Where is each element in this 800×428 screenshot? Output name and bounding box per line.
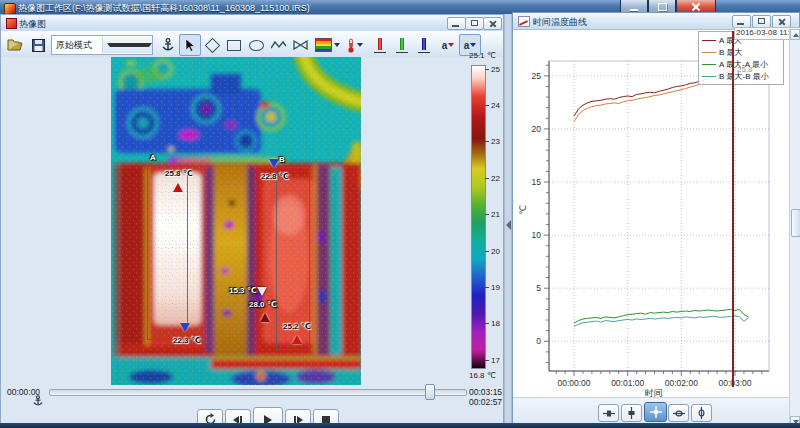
minimize-icon xyxy=(630,9,638,11)
folder-open-icon xyxy=(7,39,23,51)
restore-icon xyxy=(658,3,667,11)
mode-dropdown-value: 原始模式 xyxy=(52,39,102,52)
timeline-total-time: 00:03:15 xyxy=(469,387,502,397)
scrollbar-thumb[interactable] xyxy=(791,209,800,237)
anchor-tool-button[interactable] xyxy=(157,34,179,56)
b-max-temp-label: 25.2 ℃ xyxy=(283,322,310,331)
save-button[interactable] xyxy=(27,34,49,56)
timeline-handle[interactable] xyxy=(425,384,435,400)
v-cursor-icon xyxy=(697,407,706,419)
ellipse-roi-button[interactable] xyxy=(245,34,267,56)
green-histogram-icon xyxy=(396,38,408,53)
histogram-red-button[interactable] xyxy=(369,34,391,56)
thermal-close-button[interactable] xyxy=(483,17,502,30)
zoom-horizontal-button[interactable] xyxy=(598,404,619,422)
curve-window-icon xyxy=(518,16,530,27)
svg-text:10: 10 xyxy=(532,230,542,240)
colorbar-tick xyxy=(485,178,489,179)
h-cursor-icon xyxy=(673,409,685,418)
region-b-label: B xyxy=(279,155,285,164)
dropdown-arrow xyxy=(334,43,340,47)
label-option-button[interactable]: a xyxy=(437,34,459,56)
rect-roi-button[interactable] xyxy=(223,34,245,56)
min-point-marker-icon xyxy=(257,287,267,296)
timeline-current-time: 00:02:57 xyxy=(469,397,502,407)
spot-tool-button[interactable] xyxy=(201,34,223,56)
legend-swatch-b-max xyxy=(702,52,716,53)
b-max-marker-icon xyxy=(292,335,302,344)
max-point-temp-label: 28.0 ℃ xyxy=(249,300,276,309)
temperature-scale-button[interactable] xyxy=(341,34,369,56)
colorbar-tick xyxy=(485,323,489,324)
histogram-green-button[interactable] xyxy=(391,34,413,56)
playback-timeline: 00:00:00 00:03:15 00:02:57 xyxy=(1,383,503,423)
application-window: 热像图工作区(F:\热像测试数据\国轩高科160308\11_160308_11… xyxy=(0,0,800,428)
ellipse-icon xyxy=(249,40,264,51)
thermal-window-icon xyxy=(6,18,17,29)
spot-icon xyxy=(204,37,220,53)
time-cursor-line[interactable] xyxy=(732,31,733,387)
thermal-restore-button[interactable] xyxy=(465,17,484,30)
colorbar-tick xyxy=(485,287,489,288)
scroll-up-button[interactable] xyxy=(790,29,800,40)
colorbar-tick-label: 25 xyxy=(491,65,505,74)
thermal-image[interactable]: A B 25.8 ℃ 22.8 ℃ 22.3 ℃ 15.3 ℃ 28.0 ℃ 2… xyxy=(111,57,361,385)
v-range-icon xyxy=(627,407,636,419)
panel-splitter[interactable] xyxy=(504,14,512,428)
chart-vertical-scrollbar[interactable] xyxy=(789,29,800,427)
palette-button[interactable] xyxy=(313,34,341,56)
colorbar-tick xyxy=(485,69,489,70)
polyline-roi-button[interactable] xyxy=(267,34,289,56)
pan-mode-button[interactable] xyxy=(644,402,667,422)
a-max-temp-label: 25.8 ℃ xyxy=(165,169,192,178)
anchor-marker[interactable] xyxy=(33,395,43,409)
svg-text:15: 15 xyxy=(532,177,542,187)
colorbar-tick xyxy=(485,214,489,215)
a-min-marker-icon xyxy=(180,323,190,332)
dropdown-arrow xyxy=(102,37,153,53)
vertical-cursor-button[interactable] xyxy=(691,404,712,422)
polyline-icon xyxy=(271,40,286,50)
colorbar-min-label: 16.8 ℃ xyxy=(469,371,496,380)
thermal-window-title: 热像图 xyxy=(19,18,46,31)
colorbar-tick-label: 24 xyxy=(491,101,505,110)
svg-text:25: 25 xyxy=(532,71,542,81)
thermal-minimize-button[interactable] xyxy=(447,17,466,30)
max-point-marker-icon xyxy=(260,313,270,322)
polygon-roi-button[interactable] xyxy=(289,34,311,56)
select-tool-button[interactable] xyxy=(179,34,201,56)
zoom-vertical-button[interactable] xyxy=(621,404,642,422)
colorbar-tick-label: 18 xyxy=(491,319,505,328)
dropdown-arrow xyxy=(357,43,363,47)
polygon-icon xyxy=(293,40,308,50)
timeline-track[interactable] xyxy=(49,389,467,396)
open-file-button[interactable] xyxy=(4,34,26,56)
anchor-icon xyxy=(162,38,174,52)
colorbar-gradient[interactable] xyxy=(471,65,486,369)
anchor-icon xyxy=(33,395,43,407)
histogram-blue-button[interactable] xyxy=(413,34,435,56)
cursor-value-label: 25.8 xyxy=(737,65,753,74)
palette-icon xyxy=(315,38,332,52)
thermal-toolbar: 原始模式 xyxy=(1,31,503,58)
colorbar-tick-label: 17 xyxy=(491,356,505,365)
svg-text:00:03:00: 00:03:00 xyxy=(718,378,751,388)
min-point-temp-label: 15.3 ℃ xyxy=(229,286,256,295)
thermal-image-window: 热像图 原始模式 xyxy=(0,14,504,424)
a-caret-icon: a xyxy=(464,40,470,51)
mode-dropdown[interactable]: 原始模式 xyxy=(51,35,153,55)
restore-icon xyxy=(471,20,478,26)
blue-histogram-icon xyxy=(418,38,430,53)
h-range-icon xyxy=(603,409,615,418)
horizontal-cursor-button[interactable] xyxy=(668,404,689,422)
minimize-icon xyxy=(452,25,459,27)
temperature-curve-window: 时间温度曲线 051015202500:00:0000:01:0000:02:0… xyxy=(512,12,800,428)
svg-text:5: 5 xyxy=(536,283,541,293)
arrow-up-icon xyxy=(793,33,799,37)
b-top-temp-label: 22.8 ℃ xyxy=(261,172,288,181)
colorbar-tick-label: 20 xyxy=(491,247,505,256)
temperature-colorbar: 25.1 ℃ 252423222120191817 16.8 ℃ xyxy=(467,51,505,401)
a-caret-icon: a xyxy=(442,40,448,51)
colorbar-tick xyxy=(485,141,489,142)
temperature-chart[interactable]: 051015202500:00:0000:01:0000:02:0000:03:… xyxy=(513,29,789,403)
